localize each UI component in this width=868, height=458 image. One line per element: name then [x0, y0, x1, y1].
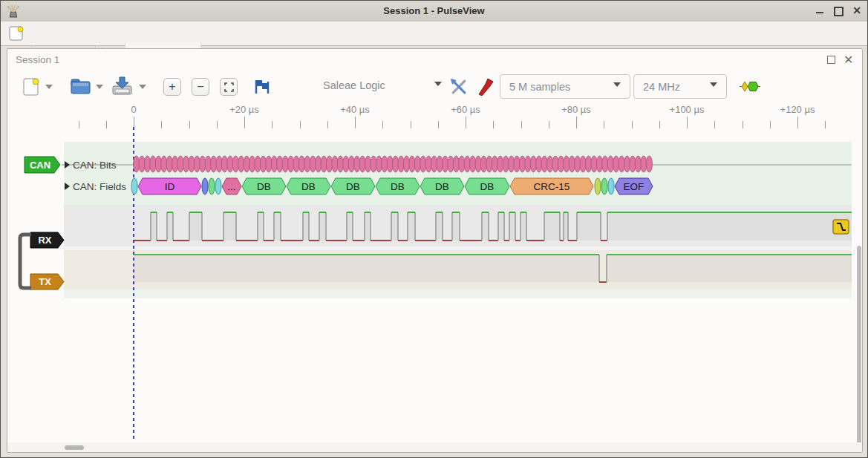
- sample-count-combo[interactable]: 5 M samples: [500, 74, 630, 99]
- new-file-dropdown-icon[interactable]: [45, 85, 53, 93]
- ruler-tick: [659, 121, 660, 128]
- ruler-tick: [189, 121, 190, 128]
- ruler-tick: [604, 121, 604, 128]
- add-decoder-icon[interactable]: [740, 80, 760, 93]
- close-icon[interactable]: ✕: [852, 6, 862, 15]
- chevron-down-icon: [710, 82, 717, 91]
- chevron-down-icon: [613, 82, 621, 91]
- chevron-down-icon: [434, 82, 442, 90]
- sample-count-value: 5 M samples: [509, 81, 570, 93]
- sample-rate-value: 24 MHz: [643, 81, 680, 93]
- trace-row-background: [64, 289, 852, 298]
- ruler-label: +20 µs: [229, 104, 259, 115]
- trace-row-background: [64, 205, 852, 246]
- ruler-tick: [743, 121, 743, 128]
- device-config-icon[interactable]: [449, 77, 468, 96]
- cursor-line[interactable]: [133, 127, 134, 439]
- ruler-tick: [382, 121, 383, 128]
- panel-bottom-strip: [7, 442, 862, 452]
- ruler-tick: [79, 121, 79, 128]
- pulseview-window: Session 1 - PulseView ✕ Run Session 1 ✕: [0, 0, 868, 458]
- open-file-dropdown-icon[interactable]: [96, 85, 103, 93]
- ruler-tick: [217, 121, 218, 128]
- ruler-tick: [770, 121, 771, 128]
- main-toolbar: Run Session 1 ✕: [1, 22, 867, 46]
- title-bar[interactable]: Session 1 - PulseView ✕: [1, 1, 867, 22]
- trace-row-background: [64, 250, 852, 289]
- session-panel-title: Session 1: [16, 54, 59, 65]
- zoom-edges-icon[interactable]: [253, 79, 271, 94]
- maximize-icon[interactable]: [834, 7, 843, 16]
- ruler-tick: [300, 121, 301, 128]
- zoom-fit-button[interactable]: [220, 78, 238, 96]
- ruler-tick: [438, 121, 439, 128]
- zoom-out-button[interactable]: −: [192, 78, 209, 96]
- ruler-label: +40 µs: [340, 104, 370, 115]
- ruler-tick: [327, 121, 328, 128]
- window-title: Session 1 - PulseView: [1, 5, 867, 16]
- sample-rate-combo[interactable]: 24 MHz: [633, 74, 727, 99]
- save-dropdown-icon[interactable]: [139, 85, 146, 93]
- ruler-label: +100 µs: [670, 104, 705, 115]
- new-file-icon[interactable]: [22, 76, 40, 96]
- ruler-tick: [576, 117, 577, 128]
- device-label: Saleae Logic: [323, 79, 385, 91]
- vertical-scrollbar[interactable]: [857, 246, 861, 448]
- ruler-tick: [632, 121, 633, 128]
- ruler-label: +60 µs: [451, 104, 480, 115]
- minimize-icon[interactable]: [816, 12, 823, 13]
- ruler-tick: [493, 121, 494, 128]
- ruler-tick: [106, 121, 107, 128]
- open-file-icon[interactable]: [71, 77, 91, 95]
- panel-close-icon[interactable]: ✕: [843, 53, 853, 67]
- ruler-tick: [355, 117, 356, 128]
- ruler-tick: [466, 117, 466, 128]
- probe-icon[interactable]: [477, 76, 495, 96]
- ruler-label: +80 µs: [561, 104, 591, 115]
- ruler-tick: [714, 121, 715, 128]
- zoom-in-icon: +: [169, 80, 175, 94]
- ruler-tick: [687, 117, 688, 128]
- zoom-out-icon: −: [197, 80, 203, 94]
- ruler-tick: [244, 117, 245, 128]
- ruler-tick: [272, 121, 273, 128]
- ruler-tick: [797, 117, 798, 128]
- new-session-icon[interactable]: [8, 25, 25, 42]
- trace-row-background: [64, 142, 852, 205]
- ruler-label: 0: [131, 104, 136, 115]
- device-select[interactable]: Saleae Logic: [323, 79, 442, 91]
- ruler-tick: [825, 121, 826, 128]
- ruler-tick: [521, 121, 522, 128]
- horizontal-scrollbar[interactable]: [65, 445, 84, 450]
- ruler-label: +120 µs: [780, 104, 815, 115]
- ruler-tick: [411, 121, 411, 128]
- time-ruler[interactable]: 0+20 µs+40 µs+60 µs+80 µs+100 µs+120 µs: [1, 101, 868, 131]
- save-icon[interactable]: [112, 76, 132, 96]
- panel-restore-icon[interactable]: [827, 56, 835, 64]
- zoom-in-button[interactable]: +: [163, 78, 181, 96]
- ruler-tick: [161, 121, 162, 128]
- zoom-fit-icon: [224, 82, 234, 92]
- ruler-tick: [549, 121, 549, 128]
